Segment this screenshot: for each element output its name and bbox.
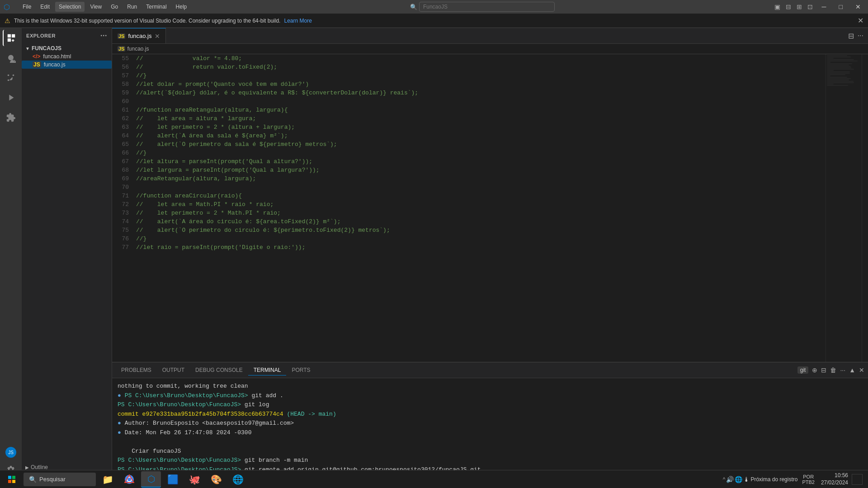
panel-tab-problems[interactable]: PROBLEMS bbox=[116, 365, 157, 375]
tab-funcao-js[interactable]: JS funcao.js ✕ bbox=[112, 28, 166, 43]
taskbar: 🔍 Pesquisar 📁 ⬡ 🟦 🐙 🎨 🌐 ^ 🔊 🌐 🌡 Próxima bbox=[0, 470, 868, 488]
menu-terminal[interactable]: Terminal bbox=[142, 2, 170, 12]
titlebar-center: 🔍 bbox=[410, 2, 555, 12]
close-button[interactable]: ✕ bbox=[852, 2, 864, 11]
split-editor-icon[interactable]: ⊟ bbox=[847, 31, 855, 41]
line-num-76: 76 bbox=[116, 235, 129, 243]
activity-explorer[interactable] bbox=[3, 30, 19, 46]
network-icon[interactable]: 🌐 bbox=[735, 476, 742, 483]
more-actions-icon[interactable]: ··· bbox=[857, 31, 864, 41]
sidebar-more-button[interactable]: ··· bbox=[100, 32, 107, 40]
learn-more-link[interactable]: Learn More bbox=[284, 18, 311, 24]
panel-tab-terminal[interactable]: TERMINAL bbox=[248, 365, 287, 375]
breadcrumb-file[interactable]: funcao.js bbox=[127, 46, 149, 52]
taskbar-app-vscode[interactable]: ⬡ bbox=[141, 471, 161, 488]
sidebar-file-html-name: funcao.html bbox=[43, 53, 71, 60]
kill-terminal-icon[interactable]: 🗑 bbox=[830, 366, 836, 374]
git-label[interactable]: git bbox=[797, 366, 809, 374]
battery-icon: 🌡 bbox=[743, 476, 750, 483]
layout3-icon[interactable]: ⊞ bbox=[797, 3, 802, 10]
term-line: ● Author: BrunoEsposito <bacaesposito97@… bbox=[118, 419, 863, 428]
sidebar-title: Explorer bbox=[26, 33, 56, 38]
tab-actions: ⊟ ··· bbox=[844, 31, 868, 41]
menu-edit[interactable]: Edit bbox=[37, 2, 53, 12]
taskbar-app-sublime[interactable]: 🟦 bbox=[163, 471, 183, 488]
panel-expand-icon[interactable]: ▲ bbox=[849, 366, 855, 374]
panel-close-icon[interactable]: ✕ bbox=[859, 366, 864, 374]
taskbar-clock[interactable]: 10:56 27/02/2024 bbox=[819, 472, 850, 486]
sidebar-folder[interactable]: ▼ FUNCAOJS bbox=[22, 44, 112, 52]
maximize-button[interactable]: □ bbox=[835, 2, 846, 11]
show-desktop-button[interactable] bbox=[852, 474, 863, 485]
vscode-taskbar-icon: ⬡ bbox=[147, 474, 155, 484]
split-terminal-icon[interactable]: ⊟ bbox=[821, 366, 826, 374]
minimap-line bbox=[827, 81, 854, 82]
panel: PROBLEMS OUTPUT DEBUG CONSOLE TERMINAL P… bbox=[112, 362, 868, 479]
menu-view[interactable]: View bbox=[86, 2, 105, 12]
sidebar-file-html[interactable]: </> funcao.html bbox=[22, 52, 112, 61]
line-num-57: 57 bbox=[116, 71, 129, 80]
taskbar-app-edge[interactable]: 🌐 bbox=[228, 471, 248, 488]
notification-close-button[interactable]: ✕ bbox=[858, 16, 863, 25]
titlebar: ⬡ File Edit Selection View Go Run Termin… bbox=[0, 0, 868, 14]
sidebar: Explorer ··· ▼ FUNCAOJS </> funcao.html … bbox=[22, 28, 112, 479]
code-content[interactable]: // valor *= 4.80; // return valor.toFixe… bbox=[132, 54, 826, 362]
svg-point-2 bbox=[8, 80, 9, 81]
sidebar-empty bbox=[22, 70, 112, 463]
taskbar-app-chrome[interactable] bbox=[119, 471, 139, 488]
panel-tabs: PROBLEMS OUTPUT DEBUG CONSOLE TERMINAL P… bbox=[112, 362, 868, 378]
activity-bar: JS bbox=[0, 28, 22, 479]
taskbar-app-git[interactable]: 🐙 bbox=[184, 471, 204, 488]
panel-tab-output[interactable]: OUTPUT bbox=[157, 365, 190, 375]
vscode-logo: ⬡ bbox=[4, 3, 10, 11]
term-line bbox=[118, 437, 863, 446]
line-num-65: 65 bbox=[116, 140, 129, 149]
speaker-icon[interactable]: 🔊 bbox=[726, 476, 734, 483]
line-num-58: 58 bbox=[116, 80, 129, 89]
minimap-line bbox=[827, 71, 850, 72]
taskbar-app-explorer[interactable]: 📁 bbox=[98, 471, 118, 488]
sidebar-file-js[interactable]: JS funcao.js bbox=[22, 61, 112, 69]
search-input[interactable] bbox=[419, 2, 555, 12]
terminal-content[interactable]: nothing to commit, working tree clean ● … bbox=[112, 378, 868, 479]
activity-run[interactable] bbox=[3, 89, 19, 106]
term-output: Author: BrunoEsposito <bacaesposito97@gm… bbox=[125, 420, 294, 427]
layout-icon[interactable]: ▣ bbox=[774, 3, 780, 10]
menu-run[interactable]: Run bbox=[123, 2, 141, 12]
menu-file[interactable]: File bbox=[19, 2, 35, 12]
taskbar-search[interactable]: 🔍 Pesquisar bbox=[24, 473, 96, 486]
systray-chevron[interactable]: ^ bbox=[723, 476, 726, 483]
new-terminal-icon[interactable]: ⊕ bbox=[812, 366, 817, 374]
right-scrollbar[interactable] bbox=[862, 54, 868, 362]
taskbar-app-pin1[interactable]: 🎨 bbox=[206, 471, 226, 488]
lang-label: POR bbox=[803, 474, 814, 479]
layout2-icon[interactable]: ⊟ bbox=[786, 3, 791, 10]
start-button[interactable] bbox=[2, 471, 22, 488]
panel-more-icon[interactable]: ··· bbox=[840, 366, 845, 374]
minimap-line bbox=[827, 74, 845, 75]
line-num-64: 64 bbox=[116, 131, 129, 140]
activity-extensions[interactable] bbox=[3, 109, 19, 126]
line-num-75: 75 bbox=[116, 226, 129, 235]
menu-selection[interactable]: Selection bbox=[55, 2, 85, 12]
term-line: ● PS C:\Users\Bruno\Desktop\FuncaoJS> gi… bbox=[118, 391, 863, 400]
sublime-icon: 🟦 bbox=[167, 474, 179, 485]
menu-go[interactable]: Go bbox=[107, 2, 122, 12]
layout4-icon[interactable]: ⊡ bbox=[807, 3, 813, 10]
term-commit: commit e927e331baa951b2fa45b704f3538cc6b… bbox=[118, 411, 287, 418]
panel-tab-debug[interactable]: DEBUG CONSOLE bbox=[190, 365, 248, 375]
minimap-line bbox=[827, 58, 834, 59]
activity-search[interactable] bbox=[3, 50, 19, 66]
term-line: Criar funcaoJS bbox=[118, 447, 863, 456]
menu-help[interactable]: Help bbox=[172, 2, 191, 12]
activity-source-control[interactable] bbox=[3, 70, 19, 86]
code-scroll-area: 55 56 57 58 59 60 61 62 63 64 65 66 67 6… bbox=[112, 54, 868, 362]
user-avatar[interactable]: JS bbox=[5, 447, 16, 458]
lang-layout[interactable]: POR PTB2 bbox=[799, 474, 817, 485]
minimize-button[interactable]: ─ bbox=[818, 2, 830, 11]
line-num-69: 69 bbox=[116, 174, 129, 183]
panel-tab-ports[interactable]: PORTS bbox=[286, 365, 316, 375]
tab-close-button[interactable]: ✕ bbox=[155, 33, 160, 40]
line-num-71: 71 bbox=[116, 192, 129, 200]
term-author-dot: ● bbox=[118, 420, 121, 427]
